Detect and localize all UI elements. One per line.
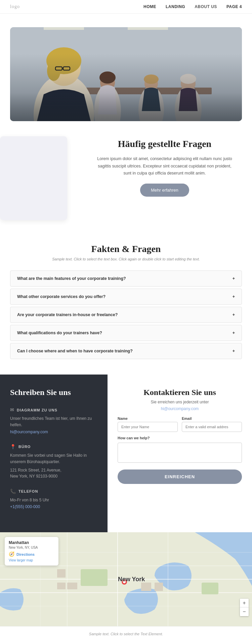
svg-rect-3 <box>77 88 212 94</box>
form-row-name-email: Name Email <box>118 416 242 432</box>
contact-left-title: Schreiben Sie uns <box>10 388 97 397</box>
form-group-help: How can we help? <box>118 436 242 469</box>
contact-phone-text: Mo-Fr von 8 bis 5 Uhr <box>10 497 97 503</box>
contact-office-address: 121 Rock Street, 21 Avenue,New York, NY … <box>10 467 97 479</box>
nav-links: HOME LANDING ABOUT US PAGE 4 <box>143 4 242 9</box>
faq-toggle-1[interactable]: + <box>233 277 235 281</box>
svg-point-15 <box>144 76 158 91</box>
svg-point-16 <box>144 75 159 84</box>
phone-icon: 📞 <box>10 489 16 494</box>
navigation: logo HOME LANDING ABOUT US PAGE 4 <box>0 0 252 14</box>
footer-text: Sample text. Click to select the Text El… <box>10 632 242 636</box>
hero-photo-bg <box>10 27 242 121</box>
help-textarea[interactable] <box>118 443 242 463</box>
map-location-name: Manhattan <box>9 540 54 545</box>
contact-phone-block: 📞 TELEFON Mo-Fr von 8 bis 5 Uhr +1(555) … <box>10 489 97 509</box>
contact-phone-heading: TELEFON <box>18 489 38 493</box>
map-directions-link[interactable]: Directions <box>16 552 35 556</box>
svg-point-12 <box>100 75 115 91</box>
contact-right-panel: Kontaktieren Sie uns Sie erreichen uns j… <box>108 375 252 532</box>
svg-rect-38 <box>155 583 163 591</box>
contact-office-heading: BÜRO <box>18 445 31 449</box>
map-info-card: Manhattan New York, NY, USA 🧭 Directions… <box>5 537 58 565</box>
map-pin-icon: 🧭 <box>9 551 14 557</box>
contact-email-link[interactable]: hi@ourcompany.com <box>10 430 48 434</box>
faq-item-2[interactable]: What other corporate services do you off… <box>10 289 242 305</box>
name-input[interactable] <box>118 422 178 432</box>
hero-title: Häufig gestellte Fragen <box>118 138 211 150</box>
svg-rect-36 <box>57 569 66 578</box>
footer: Sample text. Click to select the Text El… <box>0 626 252 641</box>
svg-point-18 <box>181 76 196 91</box>
contact-phone-link[interactable]: +1(555) 000-000 <box>10 504 40 509</box>
svg-rect-9 <box>63 67 70 70</box>
faq-item-4[interactable]: What qualifications do your trainers hav… <box>10 325 242 341</box>
map-section: New York Manhattan New York, NY, USA 🧭 D… <box>0 532 252 626</box>
svg-rect-31 <box>81 569 108 586</box>
svg-point-13 <box>99 71 116 84</box>
contact-section: Schreiben Sie uns ✉ DIAGRAMM ZU UNS Unse… <box>0 375 252 532</box>
hero-text-block: Häufig gestellte Fragen Lorem ipsum dolo… <box>84 131 242 203</box>
map-zoom-controls: + − <box>240 599 249 616</box>
hero-image <box>10 27 242 121</box>
nav-about[interactable]: ABOUT US <box>195 4 217 9</box>
contact-right-title: Kontaktieren Sie uns <box>118 388 242 397</box>
faq-subtitle: Sample text. Click to select the text bo… <box>10 257 242 261</box>
svg-rect-8 <box>55 67 62 70</box>
svg-point-19 <box>180 74 196 84</box>
faq-question-1: What are the main features of your corpo… <box>17 276 126 281</box>
svg-rect-20 <box>10 27 242 121</box>
svg-point-17 <box>175 86 202 121</box>
svg-point-4 <box>34 74 94 121</box>
faq-title: Fakten & Fragen <box>10 244 242 254</box>
map-location-address: New York, NY, USA <box>9 546 54 549</box>
faq-item-1[interactable]: What are the main features of your corpo… <box>10 270 242 287</box>
submit-button[interactable]: EINREICHEN <box>118 469 242 484</box>
contact-office-text: Kommen Sie vorbei und sagen Sie Hallo in… <box>10 452 97 465</box>
contact-left-panel: Schreiben Sie uns ✉ DIAGRAMM ZU UNS Unse… <box>0 375 108 532</box>
help-label: How can we help? <box>118 436 242 440</box>
nav-page4[interactable]: PAGE 4 <box>226 4 242 9</box>
svg-rect-35 <box>67 583 77 589</box>
nav-home[interactable]: HOME <box>143 4 156 9</box>
faq-item-3[interactable]: Are your corporate trainers in-house or … <box>10 307 242 323</box>
svg-point-5 <box>47 49 81 86</box>
faq-toggle-2[interactable]: + <box>233 295 235 299</box>
contact-email-header: ✉ DIAGRAMM ZU UNS <box>10 407 97 413</box>
hero-body: Lorem ipsum dolor sit amet, consectetur … <box>94 155 235 177</box>
email-icon: ✉ <box>10 407 14 413</box>
email-label: Email <box>182 416 242 420</box>
faq-question-4: What qualifications do your trainers hav… <box>17 331 102 335</box>
form-group-name: Name <box>118 416 178 432</box>
faq-toggle-5[interactable]: + <box>233 349 235 353</box>
svg-point-14 <box>138 86 164 121</box>
faq-item-5[interactable]: Can I choose where and when to have corp… <box>10 343 242 359</box>
svg-rect-33 <box>202 583 218 594</box>
map-background: New York Manhattan New York, NY, USA 🧭 D… <box>0 532 252 626</box>
faq-toggle-4[interactable]: + <box>233 331 235 335</box>
map-directions: 🧭 Directions <box>9 551 54 557</box>
faq-question-2: What other corporate services do you off… <box>17 294 106 299</box>
hero-section: Häufig gestellte Fragen Lorem ipsum dolo… <box>0 14 252 213</box>
contact-right-subtitle: Sie erreichen uns jederzeit unter <box>118 400 242 404</box>
mehr-button[interactable]: Mehr erfahren <box>140 184 189 197</box>
contact-phone-header: 📞 TELEFON <box>10 489 97 494</box>
svg-rect-34 <box>57 583 66 589</box>
nav-landing[interactable]: LANDING <box>166 4 185 9</box>
contact-email-display: hi@ourcompany.com <box>118 406 242 411</box>
map-larger-link[interactable]: View larger map <box>9 558 54 562</box>
map-zoom-in-button[interactable]: + <box>240 599 249 607</box>
faq-toggle-3[interactable]: + <box>233 313 235 317</box>
faq-question-5: Can I choose where and when to have corp… <box>17 349 133 353</box>
faq-question-3: Are your corporate trainers in-house or … <box>17 312 118 317</box>
contact-email-text: Unser freundliches Team ist hier, um Ihn… <box>10 415 97 428</box>
contact-office-block: 📍 BÜRO Kommen Sie vorbei und sagen Sie H… <box>10 444 97 479</box>
logo: logo <box>10 4 20 9</box>
svg-point-11 <box>94 84 121 121</box>
map-zoom-out-button[interactable]: − <box>240 607 249 616</box>
svg-rect-37 <box>141 583 151 591</box>
contact-email-heading: DIAGRAMM ZU UNS <box>17 408 57 412</box>
form-group-email: Email <box>182 416 242 432</box>
hero-card <box>0 136 67 220</box>
email-input[interactable] <box>182 422 242 432</box>
